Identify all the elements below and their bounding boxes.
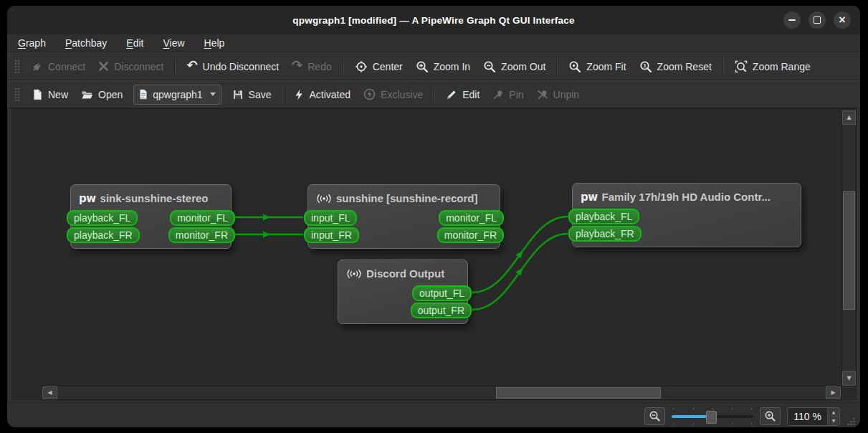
port-playback-fr[interactable]: playback_FR bbox=[568, 226, 642, 242]
port-monitor-fr[interactable]: monitor_FR bbox=[168, 227, 235, 243]
svg-text:1: 1 bbox=[643, 62, 646, 69]
save-icon bbox=[232, 89, 244, 100]
disconnect-button[interactable]: Disconnect bbox=[92, 56, 170, 77]
zoom-range-icon bbox=[735, 60, 748, 73]
graph-canvas[interactable]: pw sink-sunshine-stereo playback_FL play… bbox=[10, 108, 858, 401]
spin-up-button[interactable]: ▲ bbox=[828, 408, 839, 417]
minimize-button[interactable] bbox=[783, 11, 801, 29]
zoom-percent-spinbox[interactable]: 110 % ▲ ▼ bbox=[787, 407, 840, 426]
menu-help[interactable]: Help bbox=[204, 37, 225, 49]
zoom-range-button[interactable]: Zoom Range bbox=[728, 56, 817, 77]
unpin-button[interactable]: Unpin bbox=[530, 84, 586, 105]
port-monitor-fl[interactable]: monitor_FL bbox=[439, 210, 504, 226]
scroll-left-button[interactable]: ◀ bbox=[42, 386, 57, 399]
scroll-up-button[interactable]: ▲ bbox=[842, 110, 856, 125]
zoom-slider[interactable] bbox=[672, 409, 753, 424]
toolbar-separator bbox=[282, 87, 283, 103]
port-output-fl[interactable]: output_FL bbox=[412, 285, 472, 301]
save-button[interactable]: Save bbox=[226, 84, 278, 105]
stream-icon bbox=[346, 268, 362, 280]
node-discord-output[interactable]: Discord Output output_FL output_FR bbox=[338, 260, 468, 324]
connections-layer bbox=[11, 109, 857, 401]
port-playback-fr[interactable]: playback_FR bbox=[67, 227, 140, 243]
open-button[interactable]: Open bbox=[75, 84, 129, 105]
center-button[interactable]: Center bbox=[348, 56, 409, 77]
toolbar-handle[interactable] bbox=[14, 87, 19, 103]
toolbar-handle[interactable] bbox=[14, 59, 19, 75]
menu-patchbay[interactable]: Patchbay bbox=[65, 37, 107, 49]
statusbar-zoom-in-button[interactable] bbox=[760, 407, 781, 425]
title-bar[interactable]: qpwgraph1 [modified] — A PipeWire Graph … bbox=[7, 6, 860, 34]
activated-bolt-icon bbox=[294, 89, 304, 100]
connect-button[interactable]: Connect bbox=[25, 56, 92, 77]
zoom-out-icon bbox=[483, 60, 496, 73]
node-ports: input_FL input_FR monitor_FL monitor_FR bbox=[308, 210, 500, 248]
activated-toggle[interactable]: Activated bbox=[287, 84, 357, 105]
port-output-fr[interactable]: output_FR bbox=[411, 303, 472, 318]
horizontal-scrollbar[interactable]: ◀ ▶ bbox=[42, 386, 841, 400]
pin-icon bbox=[492, 89, 504, 100]
close-icon: × bbox=[839, 14, 845, 26]
menu-graph[interactable]: Graph bbox=[18, 37, 46, 49]
horizontal-scrollbar-thumb[interactable] bbox=[496, 387, 661, 399]
central-area: pw sink-sunshine-stereo playback_FL play… bbox=[7, 108, 860, 401]
vertical-scrollbar[interactable]: ▲ ▼ bbox=[841, 110, 857, 386]
zoom-slider-fill bbox=[672, 415, 709, 418]
maximize-button[interactable] bbox=[809, 11, 826, 29]
stream-icon bbox=[316, 193, 332, 204]
node-family-hd-audio[interactable]: pw Family 17h/19h HD Audio Contr... play… bbox=[572, 183, 801, 247]
edit-toggle[interactable]: Edit bbox=[439, 84, 486, 105]
menu-edit[interactable]: Edit bbox=[126, 37, 143, 49]
pipewire-icon: pw bbox=[79, 192, 96, 205]
node-header[interactable]: pw Family 17h/19h HD Audio Contr... bbox=[573, 184, 801, 209]
slider-ticks bbox=[673, 408, 752, 410]
disconnect-icon bbox=[98, 61, 109, 72]
scroll-down-button[interactable]: ▼ bbox=[842, 371, 856, 386]
chevron-down-icon bbox=[210, 92, 216, 96]
scroll-right-button[interactable]: ▶ bbox=[826, 386, 841, 399]
redo-button[interactable]: ↷ Redo bbox=[285, 56, 338, 77]
vertical-scrollbar-thumb[interactable] bbox=[843, 191, 855, 310]
edit-pencil-icon bbox=[446, 89, 457, 100]
link-arrow bbox=[263, 214, 270, 221]
zoom-in-button[interactable]: Zoom In bbox=[409, 56, 477, 77]
zoom-percent-value: 110 % bbox=[788, 411, 827, 422]
toolbar-separator bbox=[556, 59, 558, 75]
node-sunshine[interactable]: sunshine [sunshine-record] input_FL inpu… bbox=[307, 184, 500, 249]
zoom-slider-handle[interactable] bbox=[706, 411, 717, 424]
node-title: Discord Output bbox=[366, 267, 444, 280]
new-file-icon bbox=[32, 89, 43, 100]
port-playback-fl[interactable]: playback_FL bbox=[67, 210, 138, 226]
zoom-out-button[interactable]: Zoom Out bbox=[477, 56, 552, 77]
exclusive-toggle[interactable]: Exclusive bbox=[357, 84, 429, 105]
patchbay-file-icon bbox=[138, 89, 148, 100]
zoom-in-icon bbox=[416, 60, 429, 73]
menu-view[interactable]: View bbox=[163, 37, 184, 49]
port-playback-fl[interactable]: playback_FL bbox=[568, 209, 639, 224]
toolbar-separator bbox=[434, 87, 435, 103]
statusbar-zoom-out-button[interactable] bbox=[644, 407, 665, 425]
slider-ticks bbox=[673, 423, 752, 425]
node-header[interactable]: pw sink-sunshine-stereo bbox=[71, 185, 231, 210]
spin-buttons: ▲ ▼ bbox=[827, 408, 839, 425]
node-title: sunshine [sunshine-record] bbox=[336, 192, 478, 204]
port-input-fl[interactable]: input_FL bbox=[304, 210, 357, 226]
undo-disconnect-button[interactable]: ↶ Undo Disconnect bbox=[180, 56, 285, 77]
port-monitor-fl[interactable]: monitor_FL bbox=[170, 210, 235, 226]
new-button[interactable]: New bbox=[25, 84, 75, 105]
link-arrow bbox=[515, 266, 525, 275]
node-header[interactable]: sunshine [sunshine-record] bbox=[308, 185, 500, 210]
zoom-reset-button[interactable]: 1 Zoom Reset bbox=[633, 56, 718, 77]
node-header[interactable]: Discord Output bbox=[338, 260, 467, 285]
port-input-fr[interactable]: input_FR bbox=[304, 227, 359, 243]
window-controls: × bbox=[783, 11, 851, 29]
spin-down-button[interactable]: ▼ bbox=[828, 417, 839, 425]
node-sink-sunshine-stereo[interactable]: pw sink-sunshine-stereo playback_FL play… bbox=[70, 184, 232, 249]
zoom-fit-button[interactable]: Zoom Fit bbox=[562, 56, 632, 77]
patchbay-session-combobox[interactable]: qpwgraph1 bbox=[133, 85, 221, 105]
pin-button[interactable]: Pin bbox=[486, 84, 530, 105]
menu-bar: Graph Patchbay Edit View Help bbox=[7, 34, 860, 52]
resize-grip[interactable] bbox=[846, 417, 856, 427]
port-monitor-fr[interactable]: monitor_FR bbox=[437, 227, 504, 243]
close-button[interactable]: × bbox=[834, 11, 851, 29]
